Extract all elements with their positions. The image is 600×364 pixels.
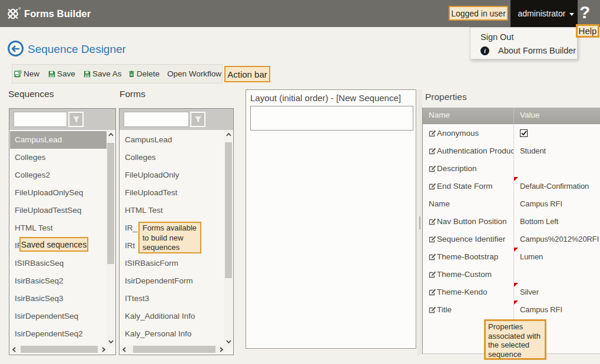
dirty-cell-indicator bbox=[514, 300, 518, 305]
list-item[interactable]: Colleges bbox=[10, 149, 108, 166]
layout-drop-zone[interactable] bbox=[250, 106, 413, 131]
sequences-panel: CampusLeadCollegesColleges2FileUploadOnl… bbox=[9, 108, 116, 355]
list-item[interactable]: Colleges bbox=[120, 149, 226, 166]
property-name-cell[interactable]: Theme-Kendo bbox=[423, 283, 513, 300]
dirty-cell-indicator bbox=[514, 248, 518, 252]
dirty-cell-indicator bbox=[514, 177, 518, 181]
property-value-cell[interactable] bbox=[514, 159, 600, 177]
delete-button[interactable]: Delete bbox=[128, 65, 160, 83]
list-item[interactable]: Colleges2 bbox=[10, 166, 108, 184]
list-item[interactable]: HTML Test bbox=[120, 202, 226, 219]
menu-item-label: About Forms Builder bbox=[498, 46, 576, 55]
forms-builder-logo-icon bbox=[6, 7, 21, 21]
layout-pane-title: Layout (initial order) - [New Sequence] bbox=[250, 93, 401, 103]
list-item[interactable]: Kaly_Personal Info bbox=[120, 325, 226, 343]
property-row: NameCampus RFI bbox=[423, 195, 600, 212]
property-name-cell[interactable]: Sequence Identifier bbox=[423, 230, 513, 248]
list-item[interactable]: ISIRBasicForm bbox=[120, 255, 226, 272]
grid-header: Name Value bbox=[423, 108, 600, 124]
property-value-cell[interactable]: Campus RFI bbox=[514, 300, 600, 318]
help-icon[interactable]: ? bbox=[579, 2, 590, 22]
new-button[interactable]: New bbox=[14, 65, 39, 83]
menu-item-about-forms-builder[interactable]: i About Forms Builder bbox=[470, 44, 577, 58]
scrollbar-thumb[interactable] bbox=[225, 142, 232, 278]
scroll-right-arrow-icon[interactable] bbox=[217, 345, 226, 353]
sequences-filter-button[interactable] bbox=[68, 112, 84, 127]
property-name-cell[interactable]: Name bbox=[423, 195, 513, 212]
edit-icon bbox=[429, 182, 436, 190]
property-name-cell[interactable]: Description bbox=[423, 159, 513, 177]
property-name-cell[interactable]: Theme-Bootstrap bbox=[423, 248, 513, 265]
scroll-left-arrow-icon[interactable] bbox=[120, 345, 128, 353]
list-item[interactable]: IsirBasicSeq3 bbox=[10, 290, 108, 308]
property-name: Title bbox=[437, 305, 452, 314]
property-value-cell[interactable]: Bottom Left bbox=[514, 212, 600, 230]
property-value-cell[interactable]: Default-Confirmation bbox=[514, 177, 600, 195]
info-icon: i bbox=[480, 46, 489, 55]
list-item[interactable]: IsirDependentSeq bbox=[10, 308, 108, 325]
property-name-cell[interactable]: Title bbox=[423, 300, 513, 318]
scroll-down-arrow-icon[interactable] bbox=[224, 337, 233, 346]
save-button[interactable]: Save bbox=[48, 65, 75, 83]
list-item[interactable]: IsirBasicSeq2 bbox=[10, 272, 108, 290]
list-item[interactable]: Kaly_Additional Info bbox=[120, 308, 226, 325]
list-item[interactable]: ISIRBasicSeq bbox=[10, 255, 108, 272]
list-item[interactable]: FileUploadOnlySeq bbox=[10, 184, 108, 202]
property-value-cell[interactable]: Silver bbox=[514, 283, 600, 300]
property-value-cell[interactable]: Campus%2012%20RFI bbox=[514, 230, 600, 248]
forms-vertical-scrollbar[interactable] bbox=[224, 130, 233, 346]
open-workflow-button[interactable]: Open Workflow bbox=[167, 65, 221, 83]
button-label: Open Workflow bbox=[167, 69, 221, 78]
logged-in-user-callout: Logged in user bbox=[449, 6, 508, 21]
list-item[interactable]: CampusLead bbox=[120, 131, 226, 149]
list-item[interactable]: CampusLead bbox=[10, 131, 108, 149]
forms-available-callout: Forms available to build new sequences bbox=[138, 222, 201, 253]
sequences-vertical-scrollbar[interactable] bbox=[107, 130, 115, 346]
property-name: Authentication Product bbox=[437, 146, 513, 155]
list-item[interactable]: IsirDependentSeq2 bbox=[10, 325, 108, 343]
action-bar-callout: Action bar bbox=[224, 66, 270, 82]
property-name-cell[interactable]: End State Form bbox=[423, 177, 513, 195]
properties-callout: Properties associated with the selected … bbox=[484, 319, 546, 360]
user-menu-button[interactable]: administrator bbox=[511, 0, 578, 27]
forms-filter-input[interactable] bbox=[124, 112, 189, 127]
list-item[interactable]: FileUploadTestSeq bbox=[10, 202, 108, 219]
property-value-cell[interactable] bbox=[514, 124, 600, 142]
scroll-right-arrow-icon[interactable] bbox=[100, 345, 108, 353]
scrollbar-thumb[interactable] bbox=[21, 346, 98, 353]
forms-filter-button[interactable] bbox=[190, 112, 205, 127]
list-item[interactable]: FileUploadTest bbox=[120, 184, 226, 202]
list-item[interactable]: HTML Test bbox=[10, 219, 108, 237]
splitter-handle[interactable] bbox=[417, 89, 422, 355]
sequences-filter-input[interactable] bbox=[14, 112, 67, 127]
property-value-cell[interactable]: Lumen bbox=[514, 248, 600, 265]
property-name-cell[interactable]: Authentication Product bbox=[423, 142, 513, 159]
save-as-button[interactable]: Save As bbox=[84, 65, 122, 83]
property-name: Description bbox=[437, 164, 477, 173]
scroll-left-arrow-icon[interactable] bbox=[10, 345, 18, 353]
sequences-horizontal-scrollbar[interactable] bbox=[10, 345, 108, 353]
property-value-cell[interactable] bbox=[514, 265, 600, 283]
property-name-cell[interactable]: Nav Button Position bbox=[423, 212, 513, 230]
list-item[interactable]: FileUploadOnly bbox=[120, 166, 226, 184]
property-row: Theme-BootstrapLumen bbox=[423, 248, 600, 265]
scrollbar-thumb[interactable] bbox=[133, 346, 216, 353]
scroll-up-arrow-icon[interactable] bbox=[107, 130, 115, 139]
back-button[interactable] bbox=[8, 41, 24, 56]
property-name-cell[interactable]: Anonymous bbox=[423, 124, 513, 142]
checkbox-checked-icon[interactable] bbox=[520, 129, 528, 137]
button-label: Delete bbox=[137, 69, 160, 78]
scroll-up-arrow-icon[interactable] bbox=[224, 130, 233, 139]
forms-horizontal-scrollbar[interactable] bbox=[120, 345, 226, 353]
scroll-down-arrow-icon[interactable] bbox=[107, 337, 115, 346]
property-value-cell[interactable]: Student bbox=[514, 142, 600, 159]
scrollbar-thumb[interactable] bbox=[107, 143, 114, 264]
list-item[interactable]: IsirDependentForm bbox=[120, 272, 226, 290]
property-value-cell[interactable]: Campus RFI bbox=[514, 195, 600, 212]
menu-item-sign-out[interactable]: Sign Out bbox=[470, 30, 577, 44]
list-item[interactable]: ITtest3 bbox=[120, 290, 226, 308]
property-name-cell[interactable]: Theme-Custom bbox=[423, 265, 513, 283]
filter-funnel-icon bbox=[194, 116, 202, 123]
dirty-cell-indicator bbox=[514, 283, 518, 287]
grid-header-divider bbox=[513, 108, 514, 123]
